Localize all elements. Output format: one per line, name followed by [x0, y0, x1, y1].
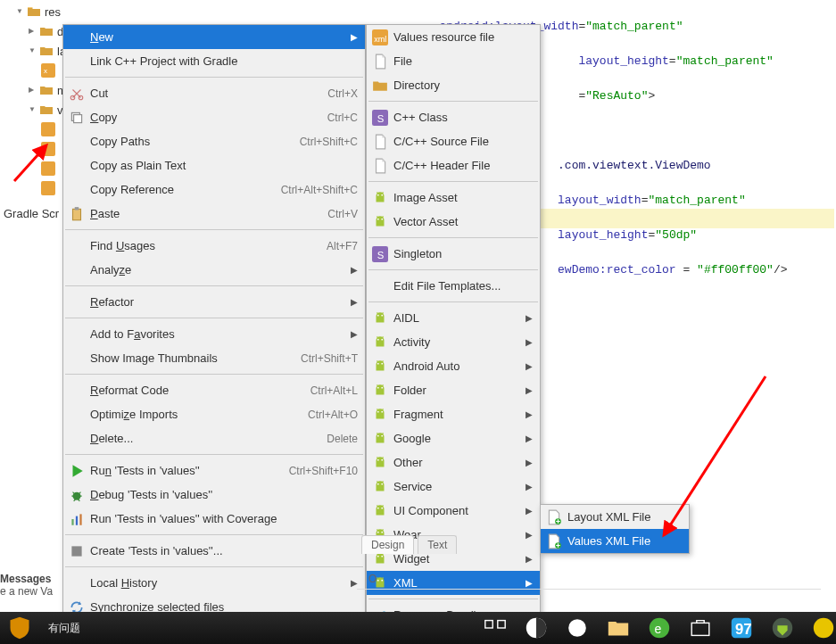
menu-item[interactable]: Add to Favorites▶: [63, 322, 365, 346]
menu-item[interactable]: Refactor▶: [63, 290, 365, 314]
svg-rect-15: [71, 519, 73, 525]
edge-icon[interactable]: e: [647, 615, 672, 640]
menu-item[interactable]: Copy as Plain Text: [63, 153, 365, 178]
menu-item[interactable]: Link C++ Project with Gradle: [63, 49, 365, 73]
tree-toggle[interactable]: ▼: [29, 105, 37, 114]
menu-item[interactable]: Create 'Tests in 'values''...: [63, 539, 365, 563]
menu-item[interactable]: Delete...Delete: [63, 426, 365, 450]
menu-separator: [368, 599, 538, 599]
tree-item[interactable]: ▼ res: [0, 2, 205, 21]
menu-item-label: Widget: [393, 552, 520, 566]
svg-point-42: [381, 434, 383, 436]
menu-item[interactable]: Directory: [367, 73, 540, 97]
menu-item[interactable]: Run 'Tests in 'values'' with Coverage: [63, 507, 365, 531]
app-icon[interactable]: 97: [729, 615, 754, 640]
svg-point-36: [381, 362, 383, 364]
store-icon[interactable]: [688, 615, 713, 640]
tab-text[interactable]: Text: [418, 535, 457, 554]
xml-icon: xml: [372, 29, 388, 45]
menu-item[interactable]: New▶: [63, 25, 365, 49]
svg-rect-12: [73, 209, 81, 219]
menu-item[interactable]: Folder▶: [367, 378, 540, 402]
menu-item[interactable]: Image Asset: [367, 186, 540, 210]
menu-item[interactable]: Activity▶: [367, 330, 540, 354]
menu-item[interactable]: Vector Asset: [367, 210, 540, 234]
menu-separator: [65, 374, 363, 375]
tree-toggle[interactable]: ▼: [16, 7, 25, 16]
svg-point-37: [377, 386, 379, 388]
app-icon[interactable]: [524, 615, 549, 640]
menu-item[interactable]: C/C++ Header File: [367, 153, 540, 178]
menu-item[interactable]: Optimize ImportsCtrl+Alt+O: [63, 402, 365, 426]
menu-item[interactable]: CopyCtrl+C: [63, 105, 365, 129]
menu-item[interactable]: xmlValues resource file: [367, 25, 540, 49]
s-icon: S: [372, 110, 388, 126]
android-icon: [372, 334, 388, 351]
menu-item-label: Copy Reference: [90, 183, 276, 196]
menu-item[interactable]: UI Component▶: [367, 499, 540, 523]
menu-item[interactable]: Local History▶: [63, 571, 365, 595]
tab-design[interactable]: Design: [361, 535, 414, 554]
menu-item[interactable]: Find UsagesAlt+F7: [63, 234, 365, 258]
svg-rect-13: [75, 207, 79, 210]
menu-item[interactable]: File: [367, 49, 540, 73]
paste-icon: [69, 206, 85, 222]
menu-item[interactable]: C/C++ Source File: [367, 129, 540, 153]
menu-item[interactable]: Reformat CodeCtrl+Alt+L: [63, 378, 365, 402]
submenu-arrow-icon: ▶: [526, 578, 533, 588]
menu-item[interactable]: PasteCtrl+V: [63, 202, 365, 226]
menu-separator: [65, 566, 363, 567]
context-menu[interactable]: New▶Link C++ Project with GradleCutCtrl+…: [62, 24, 366, 644]
svg-rect-5: [41, 181, 55, 195]
app-icon[interactable]: [811, 615, 836, 640]
menu-shortcut: Ctrl+Shift+F10: [289, 465, 358, 477]
menu-shortcut: Ctrl+V: [327, 208, 358, 220]
svg-point-40: [381, 410, 383, 412]
menu-separator: [65, 454, 363, 455]
menu-item[interactable]: Android Auto▶: [367, 354, 540, 378]
android-studio-icon[interactable]: [770, 615, 795, 640]
task-view-icon[interactable]: [483, 615, 508, 640]
menu-item[interactable]: Service▶: [367, 475, 540, 499]
menu-item-label: Other: [393, 456, 520, 469]
menu-item[interactable]: Analyze▶: [63, 258, 365, 282]
file-icon: [372, 158, 388, 174]
submenu-arrow-icon: ▶: [351, 265, 358, 275]
android-icon: [372, 503, 388, 519]
tree-toggle[interactable]: ▶: [29, 86, 37, 95]
menu-separator: [65, 285, 363, 286]
svg-point-26: [381, 194, 383, 195]
blank-icon: [69, 182, 85, 198]
blank-icon: [69, 431, 85, 447]
menu-item[interactable]: AIDL▶: [367, 306, 540, 330]
svg-point-70: [814, 618, 833, 638]
menu-item[interactable]: Edit File Templates...: [367, 274, 540, 298]
menu-item[interactable]: Google▶: [367, 426, 540, 450]
menu-item[interactable]: Fragment▶: [367, 402, 540, 426]
tree-toggle[interactable]: ▼: [29, 46, 37, 55]
menu-item[interactable]: SSingleton: [367, 242, 540, 266]
menu-item[interactable]: Copy ReferenceCtrl+Alt+Shift+C: [63, 178, 365, 202]
menu-item[interactable]: Show Image ThumbnailsCtrl+Shift+T: [63, 346, 365, 370]
menu-shortcut: Alt+F7: [327, 240, 358, 252]
menu-item[interactable]: Run 'Tests in 'values''Ctrl+Shift+F10: [63, 458, 365, 483]
menu-item[interactable]: CutCtrl+X: [63, 81, 365, 105]
menu-separator: [65, 229, 363, 230]
menu-item-label: AIDL: [393, 311, 520, 325]
android-icon: [372, 190, 388, 206]
tree-toggle[interactable]: ▶: [29, 27, 37, 36]
menu-item[interactable]: SC++ Class: [367, 105, 540, 129]
menu-item[interactable]: Copy PathsCtrl+Shift+C: [63, 129, 365, 153]
app-icon[interactable]: [565, 615, 590, 640]
menu-item-label: Activity: [393, 335, 520, 349]
xmlnew-icon: [546, 533, 562, 549]
menu-item[interactable]: Other▶: [367, 450, 540, 475]
editor-tabs: Design Text: [361, 535, 457, 554]
menu-item[interactable]: Debug 'Tests in 'values'': [63, 483, 365, 507]
blank-icon: [69, 158, 85, 174]
menu-item-label: XML: [393, 576, 520, 590]
menu-item[interactable]: XML▶: [367, 571, 540, 595]
folder-icon[interactable]: [606, 615, 631, 640]
taskbar[interactable]: 有问题 e 97: [0, 612, 836, 644]
menu-item-label: Analyze: [90, 263, 345, 277]
